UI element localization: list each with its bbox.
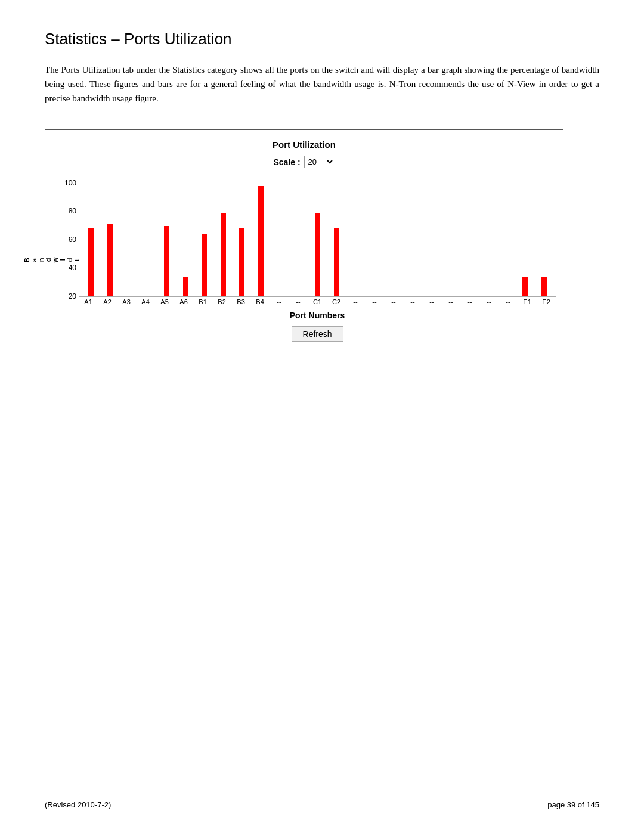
bar-slot----21 — [478, 178, 497, 296]
bar-slot-C2-13 — [327, 178, 346, 296]
chart-title: Port Utilization — [55, 140, 553, 150]
description-text: The Ports Utilization tab under the Stat… — [45, 63, 599, 106]
scale-row: Scale : 20 10 50 100 — [55, 156, 553, 168]
refresh-row: Refresh — [79, 326, 556, 342]
bar-slot----20 — [459, 178, 478, 296]
bar-slot-C1-12 — [308, 178, 327, 296]
x-label-B1-6: B1 — [193, 298, 212, 306]
bar-slot-E1-23 — [516, 178, 535, 296]
bar-slot----19 — [440, 178, 459, 296]
bar-C1 — [315, 213, 320, 296]
x-label-B4-9: B4 — [250, 298, 270, 306]
y-tick-20: 20 — [69, 292, 76, 301]
x-label----10: -- — [270, 298, 289, 306]
bars-row — [79, 178, 556, 296]
x-label-E2-24: E2 — [537, 298, 556, 306]
chart-container: Port Utilization Scale : 20 10 50 100 Ba… — [45, 129, 564, 354]
x-label----16: -- — [384, 298, 403, 306]
x-label-C1-12: C1 — [308, 298, 327, 306]
bar-slot-A3-2 — [119, 178, 138, 296]
bar-slot-E2-24 — [534, 178, 553, 296]
scale-select[interactable]: 20 10 50 100 — [304, 156, 335, 168]
x-label----11: -- — [289, 298, 308, 306]
bar-slot-A6-5 — [176, 178, 195, 296]
y-axis-label: Bandwidth% — [55, 178, 63, 342]
footer-right: page 39 of 145 — [547, 800, 599, 809]
bar-E1 — [522, 277, 528, 296]
x-label-B3-8: B3 — [231, 298, 250, 306]
bar-slot-A2-1 — [101, 178, 120, 296]
x-label----17: -- — [403, 298, 422, 306]
grid-and-bars — [79, 178, 556, 297]
y-tick-40: 40 — [69, 264, 76, 272]
refresh-button[interactable]: Refresh — [292, 326, 343, 342]
bar-C2 — [334, 228, 339, 296]
bar-slot----10 — [270, 178, 289, 296]
y-tick-80: 80 — [69, 207, 76, 215]
chart-area: Bandwidth% 100 80 60 40 20 — [55, 178, 553, 342]
x-label-B2-7: B2 — [212, 298, 231, 306]
x-label-A5-4: A5 — [155, 298, 174, 306]
bar-A6 — [183, 277, 188, 296]
x-label----18: -- — [422, 298, 441, 306]
bar-slot----11 — [289, 178, 308, 296]
bar-slot----22 — [497, 178, 516, 296]
bar-A2 — [107, 224, 113, 296]
x-label----20: -- — [460, 298, 479, 306]
bar-B1 — [202, 234, 207, 296]
bar-slot----18 — [422, 178, 441, 296]
bar-E2 — [541, 277, 547, 296]
bar-B4 — [258, 186, 264, 296]
bar-slot----15 — [365, 178, 384, 296]
x-label-A6-5: A6 — [174, 298, 193, 306]
x-label-A1-0: A1 — [79, 298, 98, 306]
page-title: Statistics – Ports Utilization — [45, 30, 599, 48]
y-tick-100: 100 — [64, 179, 76, 187]
bar-slot-B4-9 — [252, 178, 271, 296]
x-label-A3-2: A3 — [117, 298, 136, 306]
bar-A1 — [88, 228, 94, 296]
x-label-C2-13: C2 — [327, 298, 346, 306]
x-label----22: -- — [499, 298, 518, 306]
x-label----14: -- — [346, 298, 365, 306]
port-numbers-label: Port Numbers — [79, 311, 556, 320]
x-label-A2-1: A2 — [98, 298, 117, 306]
bar-A5 — [164, 226, 169, 296]
page-content: Statistics – Ports Utilization The Ports… — [0, 0, 644, 390]
y-tick-0 — [75, 320, 76, 329]
bar-slot-A5-4 — [157, 178, 177, 296]
footer-left: (Revised 2010-7-2) — [45, 800, 111, 809]
x-label----15: -- — [365, 298, 384, 306]
bar-slot-B3-8 — [233, 178, 252, 296]
x-axis-labels: A1A2A3A4A5A6B1B2B3B4----C1C2------------… — [79, 298, 556, 306]
y-tick-60: 60 — [69, 236, 76, 244]
bar-B2 — [221, 213, 226, 296]
bar-slot-B2-7 — [214, 178, 233, 296]
x-label----21: -- — [479, 298, 499, 306]
page-footer: (Revised 2010-7-2) page 39 of 145 — [45, 800, 599, 809]
x-label----19: -- — [441, 298, 460, 306]
bar-slot----14 — [346, 178, 365, 296]
x-label-E1-23: E1 — [518, 298, 537, 306]
bar-slot----16 — [383, 178, 402, 296]
bar-slot-B1-6 — [195, 178, 214, 296]
chart-plot: A1A2A3A4A5A6B1B2B3B4----C1C2------------… — [79, 178, 556, 342]
bar-slot-A1-0 — [82, 178, 101, 296]
x-label-A4-3: A4 — [136, 298, 155, 306]
bar-slot----17 — [402, 178, 422, 296]
bar-B3 — [239, 228, 244, 296]
scale-label: Scale : — [273, 157, 300, 167]
bar-slot-A4-3 — [138, 178, 157, 296]
